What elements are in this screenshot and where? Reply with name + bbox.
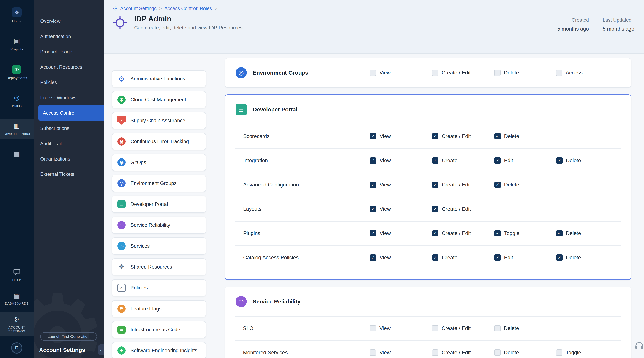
resource-card-services[interactable]: ◎Services <box>112 237 206 255</box>
permission-view[interactable]: View <box>370 230 391 237</box>
checkbox-view[interactable] <box>370 349 376 356</box>
checkbox-view[interactable] <box>370 206 376 212</box>
checkbox-delete[interactable] <box>556 157 562 164</box>
rail-item-builds[interactable]: ◎ Builds <box>0 91 34 111</box>
sidebar-collapse-button[interactable]: ‹ <box>98 344 104 355</box>
rail-item-module-picker[interactable]: ▦ <box>0 146 34 161</box>
permission-delete[interactable]: Delete <box>556 230 581 237</box>
resource-card-service-reliability[interactable]: ◠Service Reliability <box>112 217 206 234</box>
sidebar-item-overview[interactable]: Overview <box>34 14 104 29</box>
checkbox-edit[interactable] <box>494 157 501 164</box>
sidebar-item-product-usage[interactable]: Product Usage <box>34 44 104 59</box>
permission-access[interactable]: Access <box>556 70 582 76</box>
checkbox-view[interactable] <box>370 70 376 76</box>
permission-delete[interactable]: Delete <box>494 133 519 139</box>
permission-view[interactable]: View <box>370 133 391 139</box>
checkbox-delete[interactable] <box>494 349 500 356</box>
checkbox-view[interactable] <box>370 230 376 237</box>
permission-view[interactable]: View <box>370 70 390 76</box>
checkbox-create-edit[interactable] <box>432 230 438 237</box>
resource-card-continuous-error-tracking[interactable]: ◉Continuous Error Tracking <box>112 133 206 150</box>
checkbox-toggle[interactable] <box>494 230 501 237</box>
permission-create-edit[interactable]: Create / Edit <box>432 70 471 76</box>
permission-create-edit[interactable]: Create / Edit <box>432 230 471 237</box>
permission-view[interactable]: View <box>370 325 390 331</box>
rail-item-dashboards[interactable]: ▦ DASHBOARDS <box>0 289 34 308</box>
permission-create-edit[interactable]: Create / Edit <box>432 133 471 139</box>
checkbox-delete[interactable] <box>556 230 562 237</box>
sidebar-item-organizations[interactable]: Organizations <box>34 151 104 166</box>
permission-delete[interactable]: Delete <box>494 325 519 331</box>
checkbox-create[interactable] <box>432 157 438 164</box>
permission-delete[interactable]: Delete <box>556 254 581 261</box>
resource-card-infrastructure-as-code[interactable]: ≡Infrastructure as Code <box>112 321 206 338</box>
checkbox-create-edit[interactable] <box>432 206 438 212</box>
checkbox-create-edit[interactable] <box>432 70 438 76</box>
rail-item-deployments[interactable]: ≫ Deployments <box>0 62 34 83</box>
permission-create-edit[interactable]: Create / Edit <box>432 349 471 356</box>
resource-card-software-engineering-insights[interactable]: ✦Software Engineering Insights <box>112 342 206 358</box>
checkbox-access[interactable] <box>556 70 562 76</box>
checkbox-view[interactable] <box>370 325 376 331</box>
resource-card-supply-chain-assurance[interactable]: ✓Supply Chain Assurance <box>112 112 206 129</box>
sidebar-item-subscriptions[interactable]: Subscriptions <box>34 121 104 136</box>
launch-first-generation-button[interactable]: Launch First Generation <box>40 332 97 341</box>
permission-create-edit[interactable]: Create / Edit <box>432 325 471 331</box>
permission-create[interactable]: Create <box>432 254 458 261</box>
resource-card-gitops[interactable]: ◉GitOps <box>112 154 206 171</box>
sidebar-item-authentication[interactable]: Authentication <box>34 29 104 44</box>
permission-delete[interactable]: Delete <box>494 70 519 76</box>
permission-create-edit[interactable]: Create / Edit <box>432 182 471 188</box>
checkbox-create-edit[interactable] <box>432 349 438 356</box>
rail-item-help[interactable]: HELP <box>0 265 34 285</box>
permission-toggle[interactable]: Toggle <box>556 349 581 356</box>
checkbox-view[interactable] <box>370 157 376 164</box>
permission-edit[interactable]: Edit <box>494 254 513 261</box>
resource-card-policies[interactable]: ✓Policies <box>112 279 206 296</box>
permission-delete[interactable]: Delete <box>494 349 519 356</box>
resource-card-feature-flags[interactable]: ⚑Feature Flags <box>112 300 206 317</box>
resource-card-cloud-cost-management[interactable]: $Cloud Cost Management <box>112 91 206 108</box>
user-avatar[interactable]: D <box>11 342 22 353</box>
breadcrumb-access-control-roles[interactable]: Access Control: Roles <box>164 6 212 11</box>
checkbox-toggle[interactable] <box>556 349 562 356</box>
sidebar-item-policies[interactable]: Policies <box>34 75 104 90</box>
permission-toggle[interactable]: Toggle <box>494 230 520 237</box>
checkbox-delete[interactable] <box>556 254 562 261</box>
sidebar-item-access-control[interactable]: Access Control <box>38 105 104 121</box>
permission-view[interactable]: View <box>370 349 390 356</box>
checkbox-view[interactable] <box>370 254 376 261</box>
permission-view[interactable]: View <box>370 182 391 188</box>
rail-item-projects[interactable]: ▣ Projects <box>0 34 34 55</box>
resource-card-developer-portal[interactable]: ≣Developer Portal <box>112 196 206 213</box>
permission-edit[interactable]: Edit <box>494 157 513 164</box>
sidebar-item-account-resources[interactable]: Account Resources <box>34 59 104 75</box>
sidebar-item-external-tickets[interactable]: External Tickets <box>34 166 104 182</box>
resource-card-administrative-functions[interactable]: ⚙Administrative Functions <box>112 70 206 87</box>
permission-delete[interactable]: Delete <box>556 157 581 164</box>
checkbox-delete[interactable] <box>494 133 501 139</box>
checkbox-create-edit[interactable] <box>432 182 438 188</box>
checkbox-create-edit[interactable] <box>432 133 438 139</box>
checkbox-delete[interactable] <box>494 182 501 188</box>
rail-item-home[interactable]: ❖ Home <box>0 5 34 27</box>
checkbox-delete[interactable] <box>494 325 500 331</box>
checkbox-create[interactable] <box>432 254 438 261</box>
checkbox-view[interactable] <box>370 182 376 188</box>
rail-item-account-settings[interactable]: ⚙ ACCOUNT SETTINGS <box>0 312 34 336</box>
sidebar-item-audit-trail[interactable]: Audit Trail <box>34 136 104 151</box>
breadcrumb-account-settings[interactable]: Account Settings <box>120 6 156 11</box>
checkbox-edit[interactable] <box>494 254 501 261</box>
permission-view[interactable]: View <box>370 157 391 164</box>
permission-delete[interactable]: Delete <box>494 182 519 188</box>
permission-view[interactable]: View <box>370 206 391 212</box>
permission-create-edit[interactable]: Create / Edit <box>432 206 471 212</box>
resource-card-shared-resources[interactable]: ❖Shared Resources <box>112 258 206 275</box>
checkbox-delete[interactable] <box>494 70 500 76</box>
checkbox-view[interactable] <box>370 133 376 139</box>
resource-card-environment-groups[interactable]: ◎Environment Groups <box>112 175 206 192</box>
permission-create[interactable]: Create <box>432 157 458 164</box>
rail-item-developer-portal[interactable]: ▥ Developer Portal <box>0 118 34 139</box>
sidebar-item-freeze-windows[interactable]: Freeze Windows <box>34 90 104 105</box>
checkbox-create-edit[interactable] <box>432 325 438 331</box>
